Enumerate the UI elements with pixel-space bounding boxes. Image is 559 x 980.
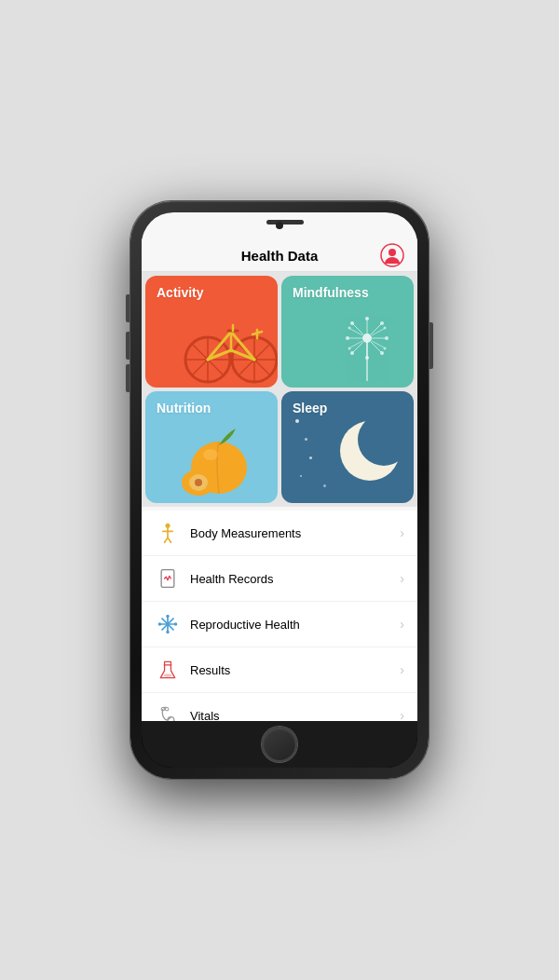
list-item-records[interactable]: Health Records ›: [142, 556, 417, 602]
svg-line-60: [168, 538, 170, 542]
list-item-vitals[interactable]: Vitals ›: [142, 693, 417, 721]
vitals-icon: [155, 702, 181, 721]
profile-button[interactable]: [380, 243, 404, 267]
svg-point-28: [365, 356, 369, 360]
star-5: [323, 484, 326, 487]
home-button[interactable]: [262, 727, 297, 762]
health-records-icon: [155, 565, 181, 592]
body-measurements-label: Body Measurements: [190, 526, 400, 540]
star-1: [295, 419, 299, 423]
screen-content: Health Data Activity: [142, 238, 417, 721]
phone-frame: Health Data Activity: [130, 201, 429, 779]
svg-point-30: [346, 336, 349, 340]
svg-point-26: [365, 317, 369, 320]
svg-point-50: [203, 449, 218, 460]
chevron-right-body: ›: [400, 525, 404, 540]
peach-icon: [180, 419, 259, 498]
svg-point-66: [166, 615, 169, 618]
activity-card[interactable]: Activity: [145, 276, 278, 388]
chevron-right-results: ›: [400, 662, 404, 677]
svg-point-1: [389, 249, 396, 256]
sleep-card[interactable]: Sleep: [281, 391, 414, 503]
dandelion-icon: [325, 299, 409, 383]
svg-point-67: [166, 631, 169, 633]
nutrition-card[interactable]: Nutrition: [145, 391, 278, 503]
svg-point-46: [348, 347, 351, 350]
svg-point-36: [380, 321, 384, 325]
results-label: Results: [190, 663, 400, 677]
svg-point-44: [384, 327, 387, 330]
star-2: [305, 438, 307, 441]
star-4: [300, 475, 302, 477]
health-records-label: Health Records: [190, 572, 400, 586]
moon-icon: [333, 414, 407, 488]
svg-point-69: [174, 622, 177, 625]
list-item-results[interactable]: Results ›: [142, 647, 417, 693]
body-measurements-icon: [155, 520, 181, 546]
reproductive-health-icon: [155, 611, 181, 637]
speaker: [266, 220, 304, 225]
list-item-reproductive[interactable]: Reproductive Health ›: [142, 602, 417, 647]
svg-point-38: [350, 351, 354, 355]
list-item-body[interactable]: Body Measurements ›: [142, 510, 417, 556]
svg-point-68: [158, 622, 161, 625]
reproductive-health-label: Reproductive Health: [190, 618, 400, 632]
sleep-label: Sleep: [293, 401, 327, 415]
chevron-right-vitals: ›: [400, 708, 404, 721]
page-title: Health Data: [241, 248, 319, 264]
home-button-area: [142, 721, 417, 768]
svg-point-40: [380, 351, 384, 355]
svg-point-34: [350, 321, 354, 325]
svg-point-48: [384, 347, 387, 350]
svg-point-71: [164, 674, 172, 676]
results-icon: [155, 657, 181, 683]
phone-top-bar: [142, 212, 417, 238]
activity-label: Activity: [157, 285, 204, 300]
chevron-right-records: ›: [400, 571, 404, 586]
svg-point-53: [195, 479, 202, 486]
svg-point-42: [348, 327, 351, 330]
star-3: [309, 456, 312, 459]
nav-header: Health Data: [142, 238, 417, 272]
chevron-right-reproductive: ›: [400, 617, 404, 632]
list-section: Body Measurements › Health Records ›: [142, 510, 417, 721]
mindfulness-label: Mindfulness: [293, 285, 369, 300]
cards-grid: Activity: [142, 272, 417, 507]
vitals-label: Vitals: [190, 709, 400, 722]
mindfulness-card[interactable]: Mindfulness: [281, 276, 414, 388]
bicycle-icon: [180, 299, 278, 388]
phone-screen: Health Data Activity: [142, 212, 417, 768]
front-camera: [276, 222, 283, 229]
svg-point-32: [385, 336, 389, 340]
svg-point-24: [362, 333, 372, 343]
nutrition-label: Nutrition: [157, 401, 211, 415]
